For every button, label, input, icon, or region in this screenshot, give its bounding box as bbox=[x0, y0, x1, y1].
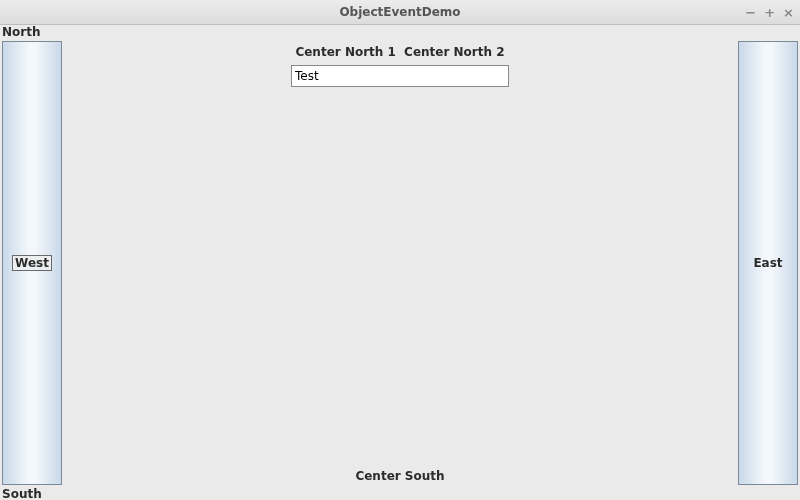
center-panel: Center North 1 Center North 2 Center Sou… bbox=[62, 41, 738, 485]
west-panel[interactable]: West bbox=[2, 41, 62, 485]
center-text-input[interactable] bbox=[291, 65, 509, 87]
south-label: South bbox=[2, 487, 42, 500]
east-label: East bbox=[753, 256, 782, 270]
window-controls: − + × bbox=[745, 0, 794, 24]
center-north-2-label: Center North 2 bbox=[404, 45, 504, 59]
minimize-icon[interactable]: − bbox=[745, 5, 756, 20]
window-title: ObjectEventDemo bbox=[339, 5, 460, 19]
maximize-icon[interactable]: + bbox=[764, 5, 775, 20]
center-north-1-label: Center North 1 bbox=[295, 45, 395, 59]
close-icon[interactable]: × bbox=[783, 5, 794, 20]
west-label: West bbox=[12, 255, 52, 271]
center-north-row: Center North 1 Center North 2 bbox=[62, 45, 738, 59]
center-south-label: Center South bbox=[62, 469, 738, 483]
client-area: North West East Center North 1 Center No… bbox=[0, 25, 800, 500]
north-label: North bbox=[2, 25, 40, 39]
titlebar: ObjectEventDemo − + × bbox=[0, 0, 800, 25]
east-panel[interactable]: East bbox=[738, 41, 798, 485]
center-input-wrap bbox=[62, 65, 738, 87]
